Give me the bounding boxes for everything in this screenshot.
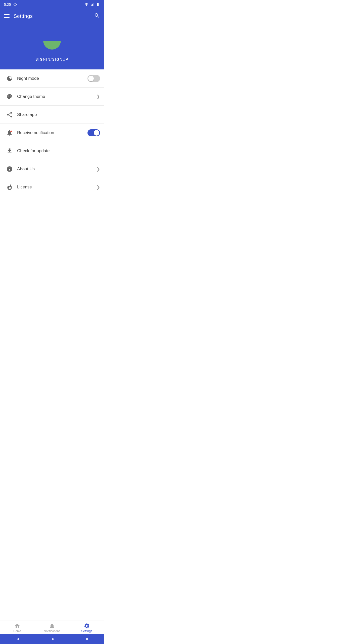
- settings-item-receive-notification[interactable]: ! Receive notification: [0, 124, 104, 142]
- settings-item-share-app[interactable]: Share app: [0, 106, 104, 124]
- info-icon: [4, 166, 15, 172]
- svg-point-3: [11, 77, 12, 78]
- menu-icon[interactable]: [4, 14, 10, 18]
- status-right: [84, 3, 100, 7]
- license-chevron: ❯: [96, 184, 100, 190]
- settings-list: Night mode Change theme ❯ Share app: [0, 69, 104, 196]
- night-mode-toggle[interactable]: [87, 75, 100, 82]
- settings-item-check-update[interactable]: Check for update: [0, 142, 104, 160]
- hero-section: SIGNIN/SIGNUP: [0, 23, 104, 69]
- check-update-label: Check for update: [15, 148, 100, 153]
- sync-icon: [13, 2, 17, 7]
- settings-item-license[interactable]: License ❯: [0, 178, 104, 196]
- status-bar: 5:25: [0, 0, 104, 9]
- status-time: 5:25: [4, 3, 11, 7]
- signin-label[interactable]: SIGNIN/SIGNUP: [35, 57, 69, 61]
- wifi-icon: [84, 3, 88, 7]
- change-theme-label: Change theme: [15, 94, 96, 99]
- night-mode-label: Night mode: [15, 76, 87, 81]
- avatar[interactable]: [39, 28, 65, 53]
- search-button[interactable]: [94, 13, 100, 20]
- download-icon: [4, 148, 15, 154]
- share-icon: [4, 111, 15, 118]
- receive-notification-label: Receive notification: [15, 130, 87, 135]
- change-theme-chevron: ❯: [96, 94, 100, 99]
- search-icon: [94, 13, 100, 19]
- bell-alert-icon: !: [4, 130, 15, 136]
- svg-point-2: [12, 77, 12, 77]
- page-title: Settings: [14, 13, 33, 19]
- app-bar-left: Settings: [4, 13, 33, 19]
- chevron-right-icon-license: ❯: [96, 184, 100, 190]
- about-us-chevron: ❯: [96, 166, 100, 172]
- settings-item-change-theme[interactable]: Change theme ❯: [0, 88, 104, 106]
- receive-notification-toggle[interactable]: [87, 129, 100, 136]
- app-bar: Settings: [0, 9, 104, 23]
- chevron-right-icon-about: ❯: [96, 166, 100, 172]
- svg-text:!: !: [11, 131, 11, 132]
- avatar-image: [39, 28, 65, 53]
- chevron-right-icon: ❯: [96, 94, 100, 99]
- license-label: License: [15, 185, 96, 190]
- palette-icon: [4, 93, 15, 100]
- status-left: 5:25: [4, 2, 17, 7]
- share-app-label: Share app: [15, 112, 100, 117]
- night-mode-icon: [4, 75, 15, 82]
- battery-icon: [96, 3, 100, 7]
- about-us-label: About Us: [15, 167, 96, 172]
- svg-point-1: [11, 76, 11, 76]
- settings-item-night-mode[interactable]: Night mode: [0, 69, 104, 88]
- signal-icon: [90, 3, 94, 7]
- settings-item-about-us[interactable]: About Us ❯: [0, 160, 104, 178]
- fire-icon: [4, 184, 15, 190]
